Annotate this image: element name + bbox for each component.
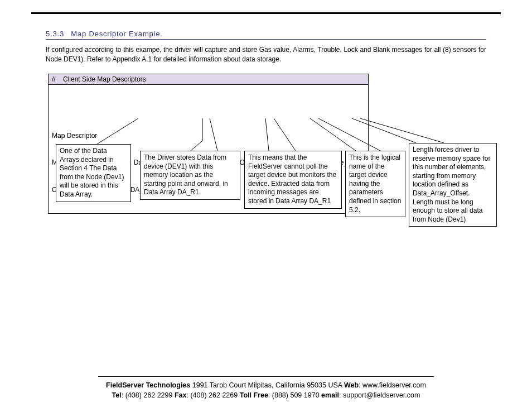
callout-length: Length forces driver to reserve memory s…: [409, 143, 497, 227]
footer-rule: [98, 376, 434, 377]
footer-email-label: email: [321, 391, 339, 399]
footer-tollfree-label: Toll Free: [240, 391, 268, 399]
footer-tel-value: : (408) 262 2299: [122, 391, 175, 399]
section-heading: 5.3.3 Map Descriptor Example.: [46, 30, 486, 40]
footer-line-1: FieldServer Technologies 1991 Tarob Cour…: [31, 380, 501, 391]
footer-tel-label: Tel: [112, 391, 122, 399]
footer-line-2: Tel: (408) 262 2299 Fax: (408) 262 2269 …: [31, 390, 501, 401]
footer-email-value: : support@fieldserver.com: [339, 391, 420, 399]
callout-offset: The Driver stores Data from device (DEV1…: [140, 151, 240, 200]
page-footer: FieldServer Technologies 1991 Tarob Cour…: [31, 376, 501, 401]
top-rule: [31, 12, 501, 14]
callout-node-name: This is the logical name of the target d…: [345, 151, 405, 217]
footer-address: 1991 Tarob Court Milpitas, California 95…: [190, 381, 344, 389]
footer-fax-label: Fax: [175, 391, 187, 399]
footer-company: FieldServer Technologies: [106, 381, 190, 389]
descriptor-row-label: Map Descriptor: [52, 131, 368, 140]
section-number: 5.3.3: [46, 30, 64, 38]
callout-data-array: One of the Data Arrays declared in Secti…: [56, 144, 131, 202]
footer-web-label: Web: [344, 381, 359, 389]
descriptor-blank: [52, 104, 368, 113]
descriptor-header: // Client Side Map Descriptors: [49, 74, 368, 85]
footer-web-value: : www.fieldserver.com: [359, 381, 426, 389]
callout-function: This means that the FieldServer cannot p…: [244, 151, 342, 209]
footer-tollfree-value: : (888) 509 1970: [268, 391, 321, 399]
section-title: Map Descriptor Example.: [71, 30, 162, 38]
footer-fax-value: : (408) 262 2269: [186, 391, 239, 399]
intro-text: If configured according to this exampe, …: [46, 45, 486, 65]
